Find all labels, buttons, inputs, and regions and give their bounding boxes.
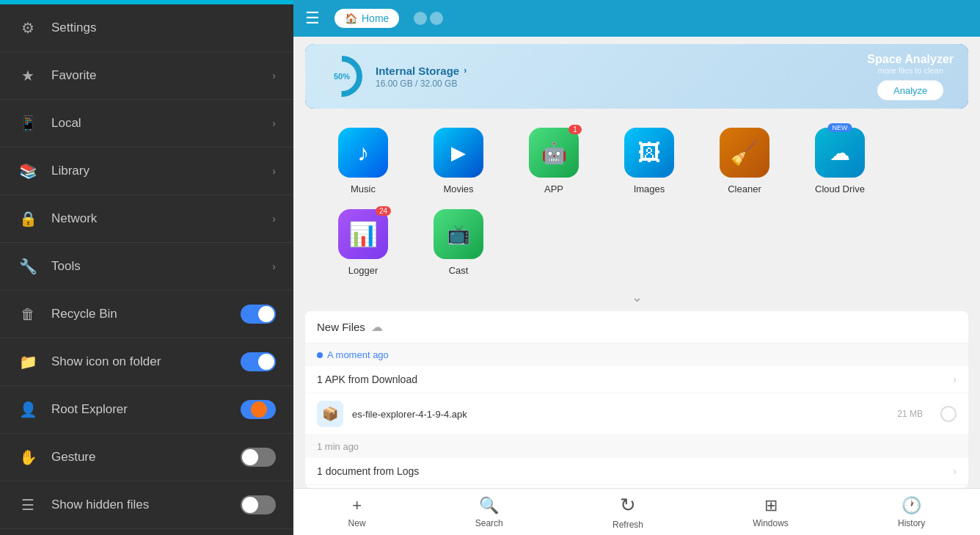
app-item-images[interactable]: 🖼 Images <box>601 120 697 202</box>
recycle-bin-icon: 🗑 <box>18 304 38 324</box>
windows-label: Windows <box>753 518 789 528</box>
chevron-down-icon: › <box>272 213 276 225</box>
clouddrive-icon: ☁ NEW <box>815 128 865 178</box>
new-files-header: New Files ☁ <box>305 311 968 343</box>
scroll-indicator: ⌄ <box>632 289 643 305</box>
home-button[interactable]: 🏠 Home <box>334 9 399 28</box>
show-icon-toggle[interactable] <box>241 352 276 371</box>
chevron-down-icon: › <box>272 261 276 272</box>
local-icon: 📱 <box>18 113 38 134</box>
sidebar-label-tools: Tools <box>51 259 272 274</box>
logger-badge: 24 <box>376 206 391 216</box>
chevron-right-icon: › <box>953 374 957 385</box>
refresh-button[interactable]: ↻ Refresh <box>598 488 658 535</box>
sidebar: ⚙ Settings ★ Favorite › 📱 Local › 📚 Libr… <box>0 0 293 535</box>
analyze-button[interactable]: Analyze <box>877 81 943 101</box>
breadcrumb-dot-2 <box>430 12 443 25</box>
time-group-1min: 1 min ago <box>305 435 968 458</box>
new-label: New <box>348 518 366 528</box>
sidebar-label-recycle-bin: Recycle Bin <box>51 307 241 321</box>
recycle-bin-toggle[interactable] <box>241 305 276 324</box>
search-button[interactable]: 🔍 Search <box>461 490 518 534</box>
header: ☰ 🏠 Home <box>293 0 980 37</box>
file-size-apk: 21 MB <box>897 409 923 419</box>
sidebar-label-show-hidden: Show hidden files <box>51 498 241 512</box>
sidebar-item-gesture[interactable]: ✋ Gesture <box>0 434 293 481</box>
sidebar-label-gesture: Gesture <box>51 450 241 465</box>
root-explorer-toggle[interactable] <box>241 400 276 419</box>
sidebar-item-settings[interactable]: ⚙ Settings <box>0 4 293 52</box>
sidebar-item-network[interactable]: 🔒 Network › <box>0 195 293 243</box>
search-icon: 🔍 <box>479 496 499 515</box>
show-icon-folder-icon: 📁 <box>18 352 38 372</box>
app-item-app[interactable]: 🤖 1 APP <box>506 120 601 202</box>
toggle-knob <box>242 449 258 465</box>
chevron-down-icon: › <box>272 165 276 177</box>
app-item-logger[interactable]: 📊 24 Logger <box>315 202 411 283</box>
toggle-knob <box>258 354 274 370</box>
file-group-apk[interactable]: 1 APK from Download › <box>305 366 968 393</box>
gesture-toggle[interactable] <box>241 448 276 467</box>
windows-button[interactable]: ⊞ Windows <box>738 490 803 534</box>
sidebar-item-root-explorer[interactable]: 👤 Root Explorer <box>0 386 293 434</box>
images-icon: 🖼 <box>624 128 674 178</box>
breadcrumb <box>414 12 443 25</box>
sidebar-item-tools[interactable]: 🔧 Tools › <box>0 243 293 291</box>
app-item-music[interactable]: ♪ Music <box>315 120 411 202</box>
app-badge: 1 <box>568 125 582 134</box>
sidebar-label-root-explorer: Root Explorer <box>51 402 241 417</box>
hamburger-icon[interactable]: ☰ <box>305 9 320 28</box>
app-item-movies[interactable]: ▶ Movies <box>411 120 506 202</box>
refresh-label: Refresh <box>612 520 643 530</box>
storage-arrow: › <box>464 65 467 76</box>
history-button[interactable]: 🕐 History <box>883 490 940 534</box>
sidebar-item-local[interactable]: 📱 Local › <box>0 100 293 148</box>
root-explorer-icon: 👤 <box>18 399 38 420</box>
space-analyzer: Space Analyzer more files to clean Analy… <box>867 53 954 101</box>
app-label-cleaner: Cleaner <box>728 183 761 194</box>
main-content: ☰ 🏠 Home 50% Internal Storage › <box>293 0 980 535</box>
sidebar-item-favorite[interactable]: ★ Favorite › <box>0 52 293 100</box>
file-group-doc[interactable]: 1 document from Logs › <box>305 458 968 485</box>
app-label-logger: Logger <box>348 265 378 276</box>
file-select-radio[interactable] <box>940 406 957 422</box>
app-item-clouddrive[interactable]: ☁ NEW Cloud Drive <box>792 120 888 202</box>
history-label: History <box>898 518 925 528</box>
sidebar-label-favorite: Favorite <box>51 68 272 83</box>
cloud-sync-icon: ☁ <box>371 320 383 334</box>
gesture-icon: ✋ <box>18 447 38 467</box>
bottom-toolbar: + New 🔍 Search ↻ Refresh ⊞ Windows 🕐 His… <box>293 488 980 535</box>
time-group-label-recent: A moment ago <box>317 349 957 360</box>
settings-icon: ⚙ <box>18 18 38 38</box>
plus-icon: + <box>352 496 362 515</box>
app-label-app: APP <box>544 183 563 194</box>
sidebar-item-recycle-bin[interactable]: 🗑 Recycle Bin <box>0 291 293 338</box>
toggle-knob <box>258 306 274 322</box>
favorite-icon: ★ <box>18 65 38 86</box>
sidebar-item-show-icon[interactable]: 📁 Show icon on folder <box>0 338 293 386</box>
sidebar-item-show-hidden[interactable]: ☰ Show hidden files <box>0 481 293 529</box>
cleaner-icon: 🧹 <box>720 128 769 178</box>
file-item-apk[interactable]: 📦 es-file-explorer-4-1-9-4.apk 21 MB <box>305 393 968 435</box>
time-group-recent: A moment ago <box>305 343 968 366</box>
apk-file-icon: 📦 <box>317 401 343 427</box>
sidebar-label-library: Library <box>51 164 272 178</box>
app-item-cleaner[interactable]: 🧹 Cleaner <box>697 120 792 202</box>
new-button[interactable]: + New <box>334 490 381 534</box>
app-label-movies: Movies <box>443 183 473 194</box>
chevron-right-icon: › <box>953 465 957 477</box>
storage-percent-label: 50% <box>334 72 350 81</box>
app-label-images: Images <box>634 183 665 194</box>
app-grid: ♪ Music ▶ Movies 🤖 1 APP 🖼 Images 🧹 Clea… <box>293 109 980 289</box>
show-hidden-toggle[interactable] <box>241 495 276 514</box>
chevron-down-icon: › <box>272 70 276 81</box>
home-icon: 🏠 <box>345 12 357 24</box>
library-icon: 📚 <box>18 161 38 181</box>
show-hidden-icon: ☰ <box>18 495 38 515</box>
new-files-section: New Files ☁ A moment ago 1 APK from Down… <box>305 311 968 488</box>
tools-icon: 🔧 <box>18 256 38 277</box>
space-analyzer-subtitle: more files to clean <box>867 66 954 75</box>
sidebar-item-library[interactable]: 📚 Library › <box>0 148 293 195</box>
toggle-knob <box>242 497 258 513</box>
app-item-cast[interactable]: 📺 Cast <box>411 202 506 283</box>
